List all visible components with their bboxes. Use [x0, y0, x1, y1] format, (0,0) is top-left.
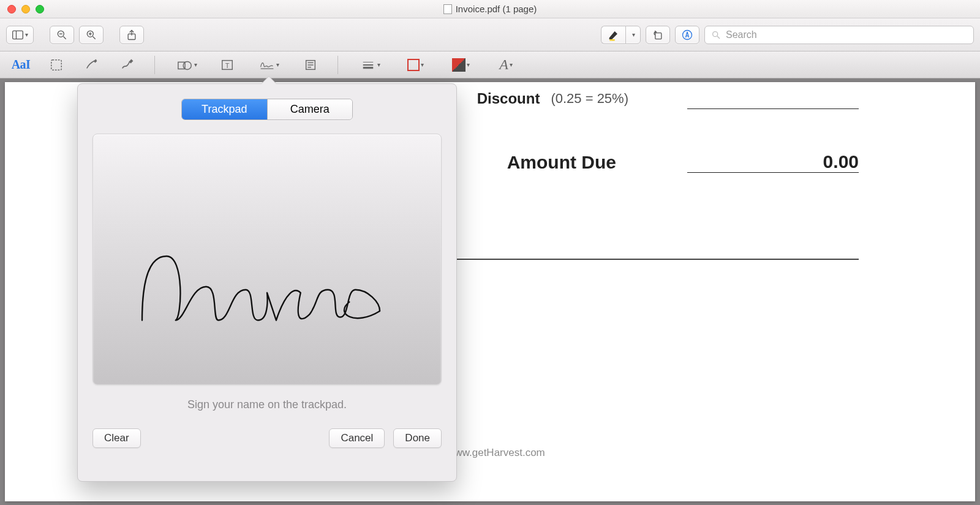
svg-rect-12 [655, 32, 662, 39]
chevron-down-icon: ▾ [632, 31, 635, 38]
selection-tool-button[interactable] [44, 56, 69, 74]
invoice-divider-line [434, 259, 859, 260]
amount-due-value: 0.00 [823, 151, 859, 172]
svg-line-3 [64, 36, 66, 39]
text-style-label: AaI [12, 58, 31, 72]
markup-toggle-button[interactable] [675, 26, 699, 44]
search-placeholder: Search [726, 29, 757, 40]
font-style-button[interactable]: A ▾ [489, 56, 523, 74]
divider [154, 56, 155, 74]
window-zoom-button[interactable] [36, 5, 44, 13]
chevron-down-icon: ▾ [510, 61, 513, 68]
chevron-down-icon: ▾ [377, 61, 380, 68]
chevron-down-icon: ▾ [276, 61, 279, 68]
text-box-button[interactable]: T [215, 56, 239, 74]
clear-button[interactable]: Clear [92, 428, 141, 448]
stroke-color-swatch-icon [407, 59, 420, 71]
signature-popover: Trackpad Camera Sign your name on the tr… [77, 83, 457, 482]
zoom-in-button[interactable] [79, 26, 104, 44]
share-button[interactable] [119, 26, 144, 44]
svg-point-18 [183, 61, 191, 69]
done-button[interactable]: Done [393, 428, 442, 448]
text-style-button[interactable]: AaI [9, 56, 33, 74]
svg-line-15 [717, 36, 720, 39]
signature-trackpad-area[interactable] [92, 134, 442, 385]
cancel-button[interactable]: Cancel [329, 428, 385, 448]
svg-rect-0 [13, 31, 23, 39]
tab-camera[interactable]: Camera [267, 99, 353, 120]
stroke-color-button[interactable]: ▾ [398, 56, 432, 74]
draw-tool-button[interactable] [115, 56, 140, 74]
highlight-button[interactable] [601, 26, 625, 44]
markup-toolbar: AaI ▾ T ▾ [0, 51, 980, 78]
window-minimize-button[interactable] [21, 5, 30, 13]
window-title: Invoice.pdf (1 page) [0, 4, 980, 14]
divider [337, 56, 338, 74]
svg-line-6 [93, 36, 96, 39]
note-button[interactable] [298, 56, 323, 74]
tab-trackpad[interactable]: Trackpad [182, 99, 267, 120]
signature-instruction: Sign your name on the trackpad. [92, 398, 442, 411]
shapes-button[interactable]: ▾ [170, 56, 204, 74]
svg-point-14 [713, 31, 718, 36]
fill-color-swatch-icon [452, 58, 466, 72]
svg-text:T: T [225, 61, 230, 69]
document-icon [443, 4, 452, 14]
discount-label: Discount [477, 90, 540, 107]
rotate-button[interactable] [646, 26, 670, 44]
search-field[interactable]: Search [704, 26, 974, 44]
highlight-dropdown-button[interactable]: ▾ [625, 26, 641, 44]
amount-due-line: 0.00 [687, 152, 859, 173]
amount-due-label: Amount Due [507, 152, 616, 173]
line-style-button[interactable]: ▾ [353, 56, 387, 74]
svg-rect-16 [51, 59, 62, 70]
sidebar-toggle-button[interactable]: ▾ [6, 26, 34, 44]
window-title-name: Invoice.pdf [456, 4, 500, 14]
signature-source-segmented: Trackpad Camera [181, 99, 353, 120]
titlebar: Invoice.pdf (1 page) [0, 0, 980, 18]
sketch-tool-button[interactable] [80, 56, 104, 74]
chevron-down-icon: ▾ [467, 61, 470, 68]
fill-color-button[interactable]: ▾ [443, 56, 478, 74]
chevron-down-icon: ▾ [25, 31, 28, 38]
signature-button[interactable]: ▾ [251, 56, 287, 74]
window-close-button[interactable] [7, 5, 16, 13]
chevron-down-icon: ▾ [421, 61, 424, 68]
window-title-pages: (1 page) [502, 4, 537, 14]
chevron-down-icon: ▾ [194, 61, 197, 68]
discount-hint: (0.25 = 25%) [551, 91, 628, 107]
svg-point-13 [683, 30, 692, 39]
discount-value-line [687, 88, 859, 109]
traffic-lights [0, 5, 51, 13]
zoom-out-button[interactable] [50, 26, 74, 44]
footer-note: s at www.getHarvest.com [428, 447, 938, 459]
search-icon [711, 30, 721, 40]
main-toolbar: ▾ ▾ [0, 18, 980, 51]
